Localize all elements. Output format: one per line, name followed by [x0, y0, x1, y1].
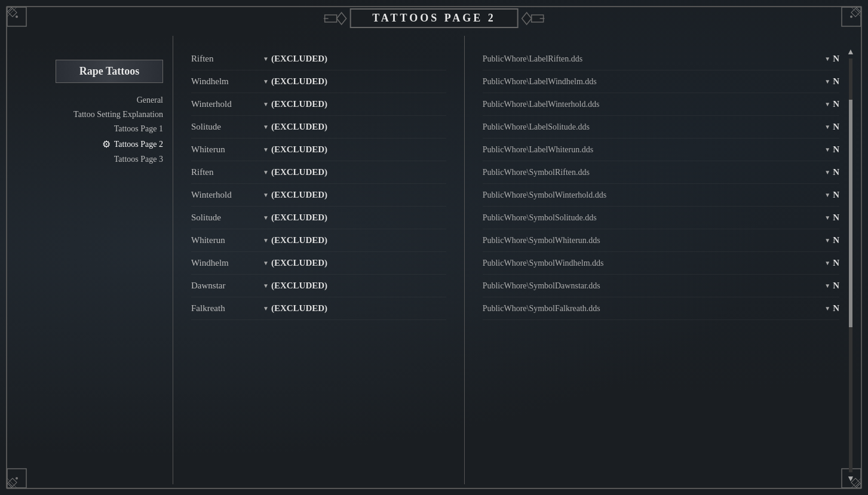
right-row-label-8: PublicWhore\SymbolWhiterun.dds [483, 236, 825, 245]
left-row-control-2[interactable]: ▼ (EXCLUDED) [263, 99, 327, 109]
left-row-2: Winterhold ▼ (EXCLUDED) [191, 93, 446, 116]
excluded-value-11: (EXCLUDED) [271, 303, 327, 313]
sidebar: Rape Tattoos General Tattoo Setting Expl… [11, 36, 173, 484]
right-row-control-4[interactable]: ▼ N [824, 144, 839, 155]
right-dropdown-arrow-7: ▼ [824, 214, 830, 221]
right-row-control-8[interactable]: ▼ N [824, 235, 839, 245]
n-value-4: N [833, 144, 839, 155]
excluded-value-4: (EXCLUDED) [271, 144, 327, 155]
sidebar-item-tattoos-page-3[interactable]: Tattoos Page 3 [11, 153, 163, 166]
svg-marker-21 [336, 13, 346, 24]
excluded-value-5: (EXCLUDED) [271, 167, 327, 177]
scrollbar[interactable]: ▲ ▼ [845, 48, 856, 483]
dropdown-arrow-6: ▼ [263, 192, 269, 198]
left-row-1: Windhelm ▼ (EXCLUDED) [191, 70, 446, 93]
left-row-4: Whiterun ▼ (EXCLUDED) [191, 139, 446, 161]
right-dropdown-arrow-6: ▼ [824, 192, 830, 198]
right-row-label-3: PublicWhore\LabelSolitude.dds [483, 122, 825, 132]
right-row-control-5[interactable]: ▼ N [824, 167, 839, 177]
left-row-control-0[interactable]: ▼ (EXCLUDED) [263, 54, 327, 64]
excluded-value-2: (EXCLUDED) [271, 99, 327, 109]
left-row-label-11: Falkreath [191, 303, 263, 313]
left-row-control-6[interactable]: ▼ (EXCLUDED) [263, 190, 327, 200]
main-container: Rape Tattoos General Tattoo Setting Expl… [11, 36, 857, 484]
excluded-value-1: (EXCLUDED) [271, 76, 327, 87]
right-row-11: PublicWhore\SymbolFalkreath.dds ▼ N [483, 297, 839, 320]
left-row-label-9: Windhelm [191, 258, 263, 268]
dropdown-arrow-5: ▼ [263, 169, 269, 176]
right-row-label-5: PublicWhore\SymbolRiften.dds [483, 168, 825, 177]
n-value-7: N [833, 213, 839, 223]
dropdown-arrow-3: ▼ [263, 124, 269, 130]
left-row-control-10[interactable]: ▼ (EXCLUDED) [263, 281, 327, 291]
excluded-value-8: (EXCLUDED) [271, 235, 327, 245]
right-dropdown-arrow-1: ▼ [824, 78, 830, 85]
left-row-label-6: Winterhold [191, 190, 263, 200]
left-row-label-8: Whiterun [191, 235, 263, 245]
left-row-label-10: Dawnstar [191, 281, 263, 291]
sidebar-item-tattoos-page-1[interactable]: Tattoos Page 1 [11, 122, 163, 136]
left-row-7: Solitude ▼ (EXCLUDED) [191, 207, 446, 229]
left-row-11: Falkreath ▼ (EXCLUDED) [191, 297, 446, 320]
right-row-5: PublicWhore\SymbolRiften.dds ▼ N [483, 161, 839, 184]
dropdown-arrow-9: ▼ [263, 260, 269, 266]
corner-decoration-tl [6, 6, 27, 27]
left-row-control-11[interactable]: ▼ (EXCLUDED) [263, 303, 327, 313]
right-row-0: PublicWhore\LabelRiften.dds ▼ N [483, 48, 839, 70]
right-dropdown-arrow-0: ▼ [824, 56, 830, 62]
left-row-label-4: Whiterun [191, 144, 263, 155]
right-row-1: PublicWhore\LabelWindhelm.dds ▼ N [483, 70, 839, 93]
right-row-7: PublicWhore\SymbolSolitude.dds ▼ N [483, 207, 839, 229]
n-value-6: N [833, 190, 839, 200]
sidebar-item-tattoos-page-2[interactable]: ⚙ Tattoos Page 2 [11, 137, 163, 152]
left-row-6: Winterhold ▼ (EXCLUDED) [191, 184, 446, 207]
dropdown-arrow-4: ▼ [263, 146, 269, 153]
left-row-label-7: Solitude [191, 213, 263, 223]
left-row-8: Whiterun ▼ (EXCLUDED) [191, 229, 446, 252]
right-row-label-1: PublicWhore\LabelWindhelm.dds [483, 77, 825, 87]
excluded-value-7: (EXCLUDED) [271, 213, 327, 223]
title-bar: TATTOOS PAGE 2 [323, 8, 545, 28]
scroll-down-arrow[interactable]: ▼ [846, 475, 855, 483]
left-row-control-7[interactable]: ▼ (EXCLUDED) [263, 213, 327, 223]
left-row-control-1[interactable]: ▼ (EXCLUDED) [263, 76, 327, 87]
sidebar-item-tattoo-setting[interactable]: Tattoo Setting Explanation [11, 108, 163, 121]
right-dropdown-arrow-9: ▼ [824, 260, 830, 266]
left-row-0: Riften ▼ (EXCLUDED) [191, 48, 446, 70]
excluded-value-3: (EXCLUDED) [271, 122, 327, 132]
right-row-control-10[interactable]: ▼ N [824, 281, 839, 291]
right-row-6: PublicWhore\SymbolWinterhold.dds ▼ N [483, 184, 839, 207]
n-value-10: N [833, 281, 839, 291]
scroll-up-arrow[interactable]: ▲ [846, 48, 855, 56]
left-row-10: Dawnstar ▼ (EXCLUDED) [191, 275, 446, 297]
dropdown-arrow-11: ▼ [263, 305, 269, 312]
right-row-control-0[interactable]: ▼ N [824, 54, 839, 64]
left-row-label-2: Winterhold [191, 99, 263, 109]
right-row-control-2[interactable]: ▼ N [824, 99, 839, 109]
right-row-control-3[interactable]: ▼ N [824, 122, 839, 132]
left-row-control-3[interactable]: ▼ (EXCLUDED) [263, 122, 327, 132]
scroll-thumb[interactable] [849, 100, 852, 327]
left-row-3: Solitude ▼ (EXCLUDED) [191, 116, 446, 139]
right-row-control-6[interactable]: ▼ N [824, 190, 839, 200]
right-row-control-9[interactable]: ▼ N [824, 258, 839, 268]
right-dropdown-arrow-10: ▼ [824, 282, 830, 289]
right-row-control-1[interactable]: ▼ N [824, 76, 839, 87]
sidebar-item-general[interactable]: General [11, 94, 163, 107]
right-row-label-11: PublicWhore\SymbolFalkreath.dds [483, 304, 825, 313]
left-row-control-5[interactable]: ▼ (EXCLUDED) [263, 167, 327, 177]
dropdown-arrow-10: ▼ [263, 282, 269, 289]
left-row-control-8[interactable]: ▼ (EXCLUDED) [263, 235, 327, 245]
right-row-control-7[interactable]: ▼ N [824, 213, 839, 223]
excluded-value-0: (EXCLUDED) [271, 54, 327, 64]
left-row-control-4[interactable]: ▼ (EXCLUDED) [263, 144, 327, 155]
right-row-label-6: PublicWhore\SymbolWinterhold.dds [483, 190, 825, 200]
right-row-control-11[interactable]: ▼ N [824, 303, 839, 313]
right-row-10: PublicWhore\SymbolDawnstar.dds ▼ N [483, 275, 839, 297]
n-value-2: N [833, 99, 839, 109]
left-row-9: Windhelm ▼ (EXCLUDED) [191, 252, 446, 275]
svg-point-4 [16, 16, 18, 18]
left-row-control-9[interactable]: ▼ (EXCLUDED) [263, 258, 327, 268]
dropdown-arrow-7: ▼ [263, 214, 269, 221]
right-row-4: PublicWhore\LabelWhiterun.dds ▼ N [483, 139, 839, 161]
